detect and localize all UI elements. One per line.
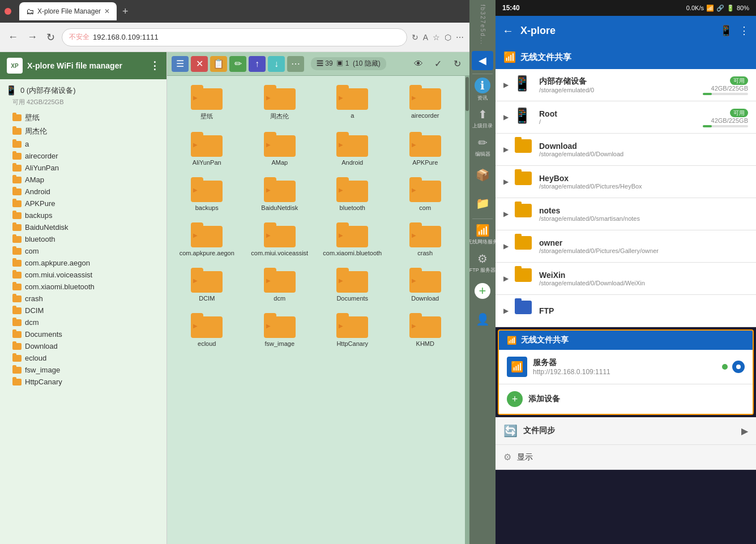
- file-item[interactable]: ▶ com.miui.voiceassist: [245, 218, 315, 261]
- file-item[interactable]: ▶ crash: [390, 218, 461, 261]
- file-item[interactable]: ▶ AMap: [245, 127, 315, 170]
- sidebar-item[interactable]: Download: [0, 340, 166, 352]
- sidebar-item[interactable]: com.apkpure.aegon: [0, 257, 166, 269]
- side-add-button[interactable]: +: [471, 277, 494, 305]
- sidebar-item[interactable]: a: [0, 138, 166, 150]
- file-item[interactable]: ▶ APKPure: [390, 127, 461, 170]
- side-edit-button[interactable]: ✏ 编辑器: [471, 132, 494, 161]
- sidebar-item[interactable]: bluetooth: [0, 233, 166, 245]
- sidebar-item[interactable]: airecorder: [0, 150, 166, 162]
- root-entry[interactable]: ▶ 📱 Root / 可用 42GB/225GB: [496, 101, 756, 134]
- side-info-button[interactable]: ℹ 资讯: [471, 75, 494, 104]
- sidebar-item[interactable]: Android: [0, 186, 166, 198]
- file-item[interactable]: ▶ Download: [390, 263, 461, 306]
- file-item[interactable]: ▶ Documents: [317, 263, 388, 306]
- file-item[interactable]: ▶ KHMD: [390, 309, 461, 352]
- sidebar-item[interactable]: backups: [0, 209, 166, 221]
- sidebar-menu-button[interactable]: ⋮: [150, 59, 160, 72]
- folder-entry-notes[interactable]: ▶ notes /storage/emulated/0/smartisan/no…: [496, 198, 756, 230]
- copy-button[interactable]: 📋: [210, 56, 227, 72]
- reload-button[interactable]: ↻: [44, 29, 57, 46]
- select-button[interactable]: ☰: [172, 56, 189, 72]
- phone-screen-icon[interactable]: 📱: [720, 24, 732, 37]
- server-radio-button[interactable]: [732, 361, 745, 373]
- file-item[interactable]: ▶ dcm: [245, 263, 315, 306]
- display-item[interactable]: ⚙ 显示: [496, 445, 756, 470]
- tab-close-button[interactable]: ✕: [104, 7, 110, 15]
- new-tab-button[interactable]: +: [122, 6, 129, 18]
- side-pkg-button[interactable]: 📦: [471, 161, 494, 189]
- folder-entry-owner[interactable]: ▶ owner /storage/emulated/0/Pictures/Gal…: [496, 230, 756, 263]
- file-item[interactable]: ▶ com: [390, 173, 461, 216]
- phone-menu-icon[interactable]: ⋮: [739, 24, 749, 37]
- file-item[interactable]: ▶ Android: [317, 127, 388, 170]
- file-item[interactable]: ▶ a: [317, 80, 388, 125]
- internal-storage-entry[interactable]: ▶ 📱 内部存储设备 /storage/emulated/0 可用 42GB/2…: [496, 69, 756, 101]
- sidebar-item[interactable]: BaiduNetdisk: [0, 221, 166, 233]
- check-button[interactable]: ✓: [430, 56, 446, 72]
- upload-button[interactable]: ↑: [249, 56, 266, 72]
- extra-button1[interactable]: ⋯: [287, 56, 304, 72]
- translate-icon[interactable]: A: [423, 33, 428, 42]
- scrollbar[interactable]: [465, 76, 469, 544]
- sidebar-item[interactable]: crash: [0, 293, 166, 305]
- file-item[interactable]: ▶ 壁纸: [172, 80, 242, 125]
- sidebar-root-item[interactable]: 📱 0 (内部存储设备): [0, 83, 166, 98]
- nav-arrow-button[interactable]: ◀: [472, 51, 493, 70]
- sidebar-item[interactable]: DCIM: [0, 305, 166, 316]
- phone-back-button[interactable]: ←: [502, 24, 514, 37]
- folder-entry-download[interactable]: ▶ Download /storage/emulated/0/Download: [496, 134, 756, 166]
- sidebar-item[interactable]: APKPure: [0, 198, 166, 209]
- view-toggle[interactable]: 👁: [411, 56, 426, 72]
- refresh-button[interactable]: ↻: [449, 56, 465, 72]
- file-item[interactable]: ▶ ecloud: [172, 309, 242, 352]
- file-item[interactable]: ▶ airecorder: [390, 80, 461, 125]
- bookmark-icon[interactable]: ☆: [433, 33, 440, 42]
- file-item[interactable]: ▶ bluetooth: [317, 173, 388, 216]
- forward-button[interactable]: →: [25, 29, 40, 45]
- server-item[interactable]: 📶 服务器 http://192.168.0.109:1111: [499, 350, 753, 384]
- folder-entry-weixin[interactable]: ▶ WeiXin /storage/emulated/0/Download/We…: [496, 263, 756, 295]
- refresh-icon[interactable]: ↻: [412, 33, 418, 42]
- sidebar-item[interactable]: com.miui.voiceassist: [0, 269, 166, 281]
- file-item[interactable]: ▶ DCIM: [172, 263, 242, 306]
- file-item[interactable]: ▶ BaiduNetdisk: [245, 173, 315, 216]
- sidebar-item[interactable]: com.xiaomi.bluetooth: [0, 281, 166, 293]
- side-wifi-button[interactable]: 📶 无线网络服务: [471, 220, 494, 249]
- rename-button[interactable]: ✏: [229, 56, 246, 72]
- side-contact-button[interactable]: 👤: [471, 305, 494, 333]
- sidebar-item[interactable]: 周杰伦: [0, 125, 166, 138]
- phone-content-scroll[interactable]: 📶 无线文件共享 ▶ 📱 内部存储设备 /storage/emulated/0 …: [496, 45, 756, 544]
- browser-tab[interactable]: 🗂 X-plore File Manager ✕: [19, 2, 117, 20]
- folder-entry-ftp[interactable]: ▶ FTP: [496, 295, 756, 327]
- close-button[interactable]: [5, 8, 11, 15]
- back-button[interactable]: ←: [6, 29, 20, 45]
- file-item[interactable]: ▶ 周杰伦: [245, 80, 315, 125]
- sidebar-item[interactable]: 壁纸: [0, 111, 166, 125]
- file-item[interactable]: ▶ AliYunPan: [172, 127, 242, 170]
- file-item[interactable]: ▶ com.apkpure.aegon: [172, 218, 242, 261]
- folder-entry-heybox[interactable]: ▶ HeyBox /storage/emulated/0/Pictures/He…: [496, 166, 756, 198]
- add-device-button[interactable]: + 添加设备: [499, 384, 753, 414]
- sidebar-item[interactable]: dcm: [0, 316, 166, 328]
- sidebar-item[interactable]: Documents: [0, 328, 166, 340]
- sidebar-item[interactable]: HttpCanary: [0, 376, 166, 388]
- file-item[interactable]: ▶ backups: [172, 173, 242, 216]
- sidebar-item[interactable]: com: [0, 245, 166, 257]
- file-sync-section[interactable]: 🔄 文件同步 ▶: [496, 417, 756, 445]
- file-item[interactable]: ▶ com.xiaomi.bluetooth: [317, 218, 388, 261]
- menu-icon[interactable]: ⋯: [456, 33, 464, 42]
- file-item[interactable]: ▶ HttpCanary: [317, 309, 388, 352]
- extensions-icon[interactable]: ⬡: [445, 33, 451, 42]
- sidebar-item[interactable]: fsw_image: [0, 364, 166, 376]
- sidebar-item[interactable]: AMap: [0, 174, 166, 186]
- side-dir-button[interactable]: ⬆ 上级目录: [471, 104, 494, 132]
- download-button[interactable]: ↓: [268, 56, 285, 72]
- side-folder-button[interactable]: 📁: [471, 189, 494, 217]
- file-item[interactable]: ▶ fsw_image: [245, 309, 315, 352]
- scroll-thumb[interactable]: [465, 77, 469, 111]
- side-ftp-button[interactable]: ⚙ FTP 服务器: [471, 249, 494, 277]
- sidebar-item[interactable]: ecloud: [0, 352, 166, 364]
- sidebar-scroll[interactable]: 📱 0 (内部存储设备) 可用 42GB/225GB 壁纸 周杰伦 a aire…: [0, 79, 166, 544]
- sidebar-item[interactable]: AliYunPan: [0, 162, 166, 174]
